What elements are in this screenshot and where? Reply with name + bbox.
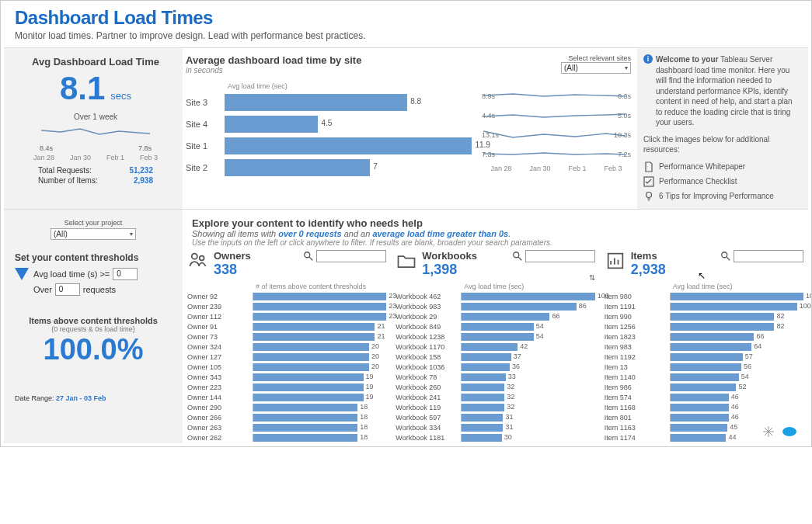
table-row[interactable]: Owner 73 21: [187, 332, 386, 342]
table-row[interactable]: Owner 91 21: [187, 322, 386, 332]
table-row[interactable]: Owner 266 18: [187, 413, 386, 423]
resource-link[interactable]: Performance Checklist: [643, 176, 800, 187]
table-row[interactable]: Owner 105 20: [187, 363, 386, 373]
row-label: Owner 92: [187, 293, 253, 300]
table-row[interactable]: Item 13 56: [605, 363, 803, 373]
svg-line-5: [309, 256, 312, 259]
table-row[interactable]: Item 574 46: [605, 393, 803, 403]
table-row[interactable]: Workbook 1181 30: [396, 433, 594, 443]
owners-count: 338: [214, 262, 251, 278]
avg-load-input[interactable]: 0: [113, 268, 138, 280]
table-row[interactable]: Item 986 52: [605, 383, 803, 393]
table-row[interactable]: Workbook 597 31: [396, 413, 594, 423]
project-select-dropdown[interactable]: (All): [51, 228, 136, 240]
table-row[interactable]: Item 1192 57: [605, 352, 803, 363]
filters-panel: Select your project (All) Set your conte…: [4, 210, 183, 443]
site-bar-row[interactable]: Site 2 7: [186, 157, 474, 179]
table-row[interactable]: Item 1140 54: [605, 373, 803, 383]
row-label: Workbook 462: [396, 293, 461, 300]
svg-line-10: [727, 256, 730, 259]
items-search[interactable]: [720, 250, 803, 262]
table-row[interactable]: Workbook 241 32: [396, 393, 594, 403]
table-row[interactable]: Workbook 1036 36: [396, 363, 594, 373]
row-label: Item 13: [605, 363, 670, 371]
table-row[interactable]: Item 980 105: [605, 292, 803, 302]
table-row[interactable]: Item 1823 66: [605, 332, 803, 342]
site-trend-line[interactable]: 8.9s 8.3s: [482, 88, 631, 105]
items-search-input[interactable]: [734, 250, 803, 262]
workbooks-table[interactable]: Workbook 462 100 Workbook 983 86 Workboo…: [396, 292, 594, 443]
requests-input[interactable]: 0: [55, 283, 80, 296]
site-bar-row[interactable]: Site 4 4.5: [186, 113, 474, 135]
site-trend-line[interactable]: 7.3s 7.2s: [482, 146, 631, 163]
table-row[interactable]: Item 990 82: [605, 312, 803, 322]
table-row[interactable]: Owner 324 20: [187, 342, 386, 352]
table-row[interactable]: Owner 262 18: [187, 433, 386, 443]
table-row[interactable]: Workbook 334 31: [396, 423, 594, 433]
table-row[interactable]: Workbook 983 86: [396, 302, 594, 312]
explore-title: Explore your content to identify who nee…: [192, 217, 802, 229]
workbooks-search[interactable]: [512, 250, 595, 262]
kpi-sparkline[interactable]: [37, 124, 154, 141]
table-row[interactable]: Workbook 462 100: [396, 292, 594, 302]
owners-search-input[interactable]: [316, 250, 386, 262]
row-label: Item 1191: [605, 303, 670, 311]
table-row[interactable]: Owner 239 23: [187, 302, 386, 312]
items-table[interactable]: Item 980 105 Item 1191 100 Item 990 82 I…: [605, 292, 803, 443]
table-row[interactable]: Workbook 849 54: [396, 322, 594, 332]
table-row[interactable]: Workbook 260 32: [396, 383, 594, 393]
table-row[interactable]: Owner 290 18: [187, 403, 386, 413]
table-row[interactable]: Workbook 119 32: [396, 403, 594, 413]
owners-table[interactable]: Owner 92 23 Owner 239 23 Owner 112 23 Ow…: [187, 292, 386, 443]
resource-link[interactable]: Performance Whitepaper: [643, 161, 800, 172]
owners-search[interactable]: [303, 250, 386, 262]
info-panel: i Welcome to your Tableau Server dashboa…: [637, 48, 808, 209]
items-title: Items: [631, 250, 666, 262]
sort-icon[interactable]: ⇅: [589, 273, 595, 282]
site-trend-line[interactable]: 4.4s 5.0s: [482, 107, 631, 124]
table-row[interactable]: Owner 343 19: [187, 373, 386, 383]
table-row[interactable]: Owner 127 20: [187, 352, 386, 363]
svg-point-4: [305, 252, 310, 257]
svg-point-1: [646, 192, 652, 197]
site-select-dropdown[interactable]: (All): [561, 62, 631, 74]
table-row[interactable]: Owner 92 23: [187, 292, 386, 302]
site-trend-ticks: Jan 28Jan 30 Feb 1Feb 3: [482, 165, 631, 172]
num-items-label: Number of Items:: [38, 176, 98, 185]
table-row[interactable]: Workbook 78 33: [396, 373, 594, 383]
row-label: Owner 112: [187, 313, 253, 321]
kpi-title: Avg Dashboard Load Time: [16, 56, 175, 68]
resource-link[interactable]: 6 Tips for Improving Performance: [643, 191, 800, 202]
table-row[interactable]: Item 1191 100: [605, 302, 803, 312]
site-bar-row[interactable]: Site 3 8.8: [186, 92, 474, 113]
row-value: 18: [360, 403, 368, 411]
table-row[interactable]: Item 1168 46: [605, 403, 803, 413]
workbooks-search-input[interactable]: [525, 250, 595, 262]
row-value: 54: [536, 332, 544, 340]
site-bar-row[interactable]: Site 1 11.9: [186, 135, 474, 157]
row-label: Workbook 29: [396, 313, 461, 321]
table-row[interactable]: Item 1256 82: [605, 322, 803, 332]
row-label: Workbook 1238: [396, 333, 461, 341]
table-row[interactable]: Owner 223 19: [187, 383, 386, 393]
row-value: 64: [754, 342, 761, 350]
table-row[interactable]: Owner 263 18: [187, 423, 386, 433]
row-label: Item 1192: [605, 353, 670, 361]
kpi-ticks: Jan 28Jan 30 Feb 1Feb 3: [26, 154, 166, 161]
site-trend-line[interactable]: 13.1s 10.3s: [482, 127, 631, 144]
table-row[interactable]: Workbook 1170 42: [396, 342, 594, 352]
row-value: 46: [731, 413, 739, 421]
row-value: 23: [389, 302, 396, 310]
row-label: Workbook 241: [396, 394, 461, 401]
row-label: Owner 91: [187, 323, 253, 331]
table-row[interactable]: Workbook 29 66: [396, 312, 594, 322]
checklist-icon: [643, 176, 654, 187]
table-row[interactable]: Item 983 64: [605, 342, 803, 352]
table-row[interactable]: Workbook 158 37: [396, 352, 594, 363]
site-bars[interactable]: Avg load time (sec) Site 3 8.8 Site 4 4.…: [186, 82, 474, 179]
row-value: 32: [507, 393, 514, 401]
table-row[interactable]: Item 801 46: [605, 413, 803, 423]
table-row[interactable]: Workbook 1238 54: [396, 332, 594, 342]
table-row[interactable]: Owner 112 23: [187, 312, 386, 322]
table-row[interactable]: Owner 144 19: [187, 393, 386, 403]
